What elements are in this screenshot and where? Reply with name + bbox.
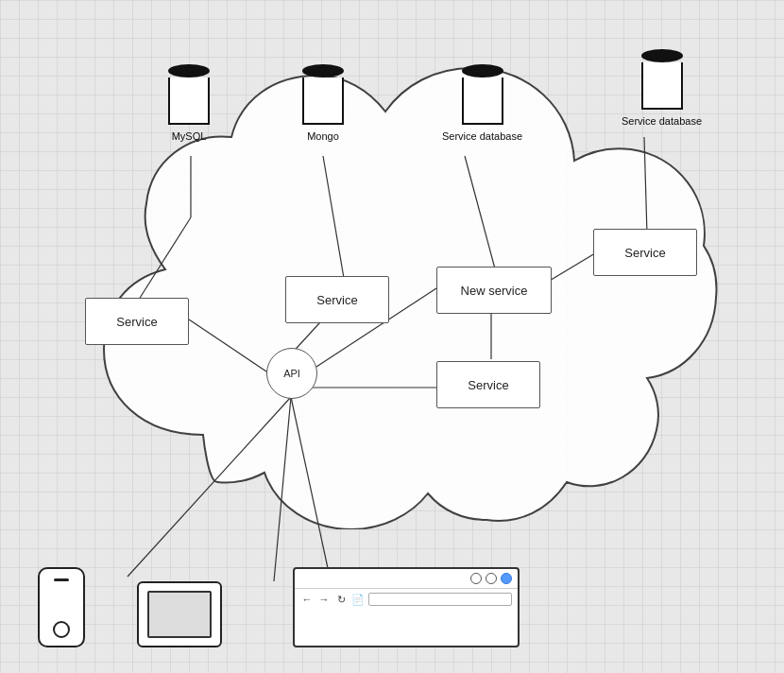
db-top	[462, 64, 503, 78]
db-top	[168, 64, 210, 78]
db-mongo: Mongo	[302, 64, 344, 142]
db-top	[302, 64, 344, 78]
phone-speaker	[54, 578, 69, 581]
db-body	[168, 78, 210, 125]
db-mysql: MySQL	[168, 64, 210, 142]
service-box-top-right: Service	[593, 229, 697, 276]
browser-addressbar	[368, 593, 512, 606]
db-body	[641, 62, 683, 110]
forward-arrow-icon: →	[317, 593, 331, 606]
browser-circle-3	[501, 573, 512, 584]
browser-body: ← → ↻ 📄	[295, 589, 518, 610]
back-arrow-icon: ←	[300, 593, 314, 606]
db-service2: Service database	[622, 49, 702, 127]
db-label: Service database	[622, 115, 702, 127]
page-icon: 📄	[351, 593, 365, 606]
db-service1: Service database	[442, 64, 522, 142]
db-label: Service database	[442, 130, 522, 142]
service-box-left: Service	[85, 298, 189, 345]
refresh-icon: ↻	[334, 593, 348, 606]
browser-nav: ← → ↻ 📄	[300, 593, 512, 606]
browser-toolbar	[295, 569, 518, 589]
service-box-bottom: Service	[436, 361, 540, 408]
devices-area: ← → ↻ 📄	[38, 567, 520, 647]
diagram-container: MySQL Mongo Service database Service dat…	[28, 19, 756, 662]
db-top	[641, 49, 683, 62]
browser-circle-2	[486, 573, 497, 584]
tablet-screen	[147, 591, 212, 638]
browser-circle-1	[470, 573, 482, 584]
db-label: MySQL	[172, 130, 207, 142]
service-box-new: New service	[436, 267, 552, 314]
tablet-device	[137, 581, 222, 647]
db-label: Mongo	[307, 130, 339, 142]
db-body	[302, 78, 344, 125]
api-circle: API	[266, 348, 317, 399]
db-body	[462, 78, 503, 125]
service-box-middle: Service	[285, 276, 389, 323]
browser-device: ← → ↻ 📄	[293, 567, 520, 647]
phone-device	[38, 567, 85, 647]
